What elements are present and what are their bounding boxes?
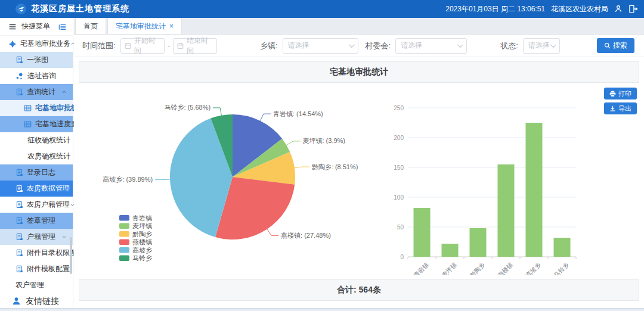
start-date-input[interactable]: 开始时间 <box>120 38 165 54</box>
sidebar: 快捷菜单 宅基地审批业务一张图选址咨询查询统计宅基地审批统计宅基地进度查询征收确… <box>0 18 73 311</box>
search-icon <box>604 42 611 49</box>
svg-text:黔陶乡: 黔陶乡 <box>132 231 152 238</box>
sidebar-item-label: 户籍管理 <box>27 232 55 242</box>
panel-title: 宅基地审批统计 <box>330 67 388 77</box>
sidebar-item-label: 选址咨询 <box>27 71 56 81</box>
pie-chart: 青岩镇: (14.54%)麦坪镇: (3.9%)黔陶乡: (8.51%)燕楼镇:… <box>78 83 394 277</box>
sidebar-item-label: 宅基地审批业务 <box>20 39 70 49</box>
tab-label: 首页 <box>83 21 98 32</box>
calendar-icon <box>125 42 131 49</box>
person-icon <box>12 297 21 306</box>
sidebar-item-label: 查询统计 <box>27 87 55 97</box>
svg-text:黔陶乡: 黔陶乡 <box>469 262 486 275</box>
logout-icon[interactable] <box>628 5 638 13</box>
status-select[interactable]: 请选择 <box>523 38 560 54</box>
sidebar-item[interactable]: 宅基地审批统计 <box>0 100 73 116</box>
sidebar-item[interactable]: 选址咨询 <box>0 68 73 84</box>
village-select-placeholder: 请选择 <box>401 41 422 51</box>
table-icon <box>24 120 32 128</box>
bar-chart: 050100150200250青岩镇麦坪镇黔陶乡燕楼镇高坡乡马铃乡 <box>394 83 639 277</box>
svg-text:燕楼镇: 燕楼镇 <box>497 262 514 275</box>
chevron-down-icon <box>61 234 67 240</box>
svg-text:0: 0 <box>400 254 404 260</box>
sidebar-item[interactable]: 农房确权统计 <box>0 148 73 164</box>
sidebar-item[interactable]: 农户管理 <box>0 277 73 293</box>
sidebar-item[interactable]: 农房数据管理 <box>0 181 73 197</box>
sidebar-item-label: 征收确权统计 <box>27 135 70 145</box>
sidebar-item-label: 农房确权统计 <box>27 151 70 161</box>
sidebar-item[interactable]: 友情链接 <box>0 293 73 309</box>
end-date-input[interactable]: 结束时间 <box>173 38 217 54</box>
svg-text:高坡乡: 高坡乡 <box>132 247 152 254</box>
village-select[interactable]: 请选择 <box>395 38 467 54</box>
pinwheel-icon <box>8 40 17 48</box>
doc-icon <box>16 249 23 257</box>
sidebar-item[interactable]: 登录日志 <box>0 164 73 181</box>
start-date-placeholder: 开始时间 <box>134 36 160 56</box>
sidebar-item[interactable]: 宅基地进度查询 <box>0 116 73 132</box>
sidebar-item[interactable]: 宅基地审批业务 <box>0 36 73 52</box>
tab[interactable]: 宅基地审批统计× <box>107 18 182 34</box>
svg-text:马铃乡: 马铃乡 <box>553 262 570 275</box>
sidebar-item[interactable]: 附件模板配置 <box>0 261 73 277</box>
svg-text:马铃乡: 马铃乡 <box>132 254 152 262</box>
chevron-down-icon <box>550 42 556 48</box>
svg-text:麦坪镇: 麦坪镇 <box>132 222 152 229</box>
doc-icon <box>16 217 23 225</box>
date-separator: - <box>168 41 170 50</box>
svg-text:黔陶乡: (8.51%): 黔陶乡: (8.51%) <box>312 163 358 170</box>
doc-icon <box>16 233 23 241</box>
logo-icon <box>16 4 26 14</box>
doc-icon <box>16 265 23 273</box>
town-select[interactable]: 请选择 <box>283 38 358 54</box>
menu-list-icon[interactable] <box>58 23 67 31</box>
sidebar-item[interactable]: 一张图 <box>0 52 73 68</box>
main-content: 首页宅基地审批统计× 时间范围: 开始时间 - 结束时间 乡镇: 请选择 村委会… <box>74 18 644 311</box>
status-select-placeholder: 请选择 <box>528 41 550 51</box>
town-label: 乡镇: <box>260 41 278 51</box>
svg-text:高坡乡: 高坡乡 <box>525 262 542 275</box>
sidebar-item-label: 农房户籍管理 <box>27 200 70 210</box>
svg-text:青岩镇: 青岩镇 <box>132 214 152 222</box>
sidebar-item[interactable]: 查询统计 <box>0 84 73 100</box>
svg-text:青岩镇: (14.54%): 青岩镇: (14.54%) <box>273 110 323 117</box>
total-bar: 合计: 564条 <box>79 279 639 301</box>
doc-icon <box>16 88 23 96</box>
header-department: 花溪区农业农村局 <box>551 4 608 14</box>
quick-menu-header[interactable]: 快捷菜单 <box>0 18 73 36</box>
panel-title-bar: 宅基地审批统计 <box>79 61 639 83</box>
search-button[interactable]: 搜索 <box>597 38 634 53</box>
time-range-label: 时间范围: <box>82 41 116 51</box>
table-icon <box>24 104 32 112</box>
doc-icon <box>16 185 23 192</box>
location-icon <box>16 72 24 80</box>
search-button-label: 搜索 <box>613 41 627 51</box>
tab-bar: 首页宅基地审批统计× <box>74 18 644 35</box>
svg-text:高坡乡: (39.89%): 高坡乡: (39.89%) <box>103 176 153 183</box>
svg-text:燕楼镇: 燕楼镇 <box>132 238 152 245</box>
chart-area: 打印 导出 青岩镇: (14.54%)麦坪镇: (3.9%)黔陶乡: (8.51… <box>74 83 644 275</box>
village-label: 村委会: <box>366 41 391 51</box>
sidebar-item[interactable]: 农房户籍管理 <box>0 197 73 213</box>
sidebar-item-label: 农房数据管理 <box>27 184 70 194</box>
svg-text:青岩镇: 青岩镇 <box>413 262 430 275</box>
header-datetime: 2023年01月03日 周二 13:06:51 <box>445 4 545 14</box>
sidebar-item[interactable]: 签章管理 <box>0 213 73 229</box>
chevron-down-icon <box>349 42 355 48</box>
sidebar-item-label: 签章管理 <box>27 216 55 226</box>
sidebar-item[interactable]: 附件目录权限配置 <box>0 245 73 261</box>
sidebar-menu: 宅基地审批业务一张图选址咨询查询统计宅基地审批统计宅基地进度查询征收确权统计农房… <box>0 36 73 309</box>
svg-text:麦坪镇: (3.9%): 麦坪镇: (3.9%) <box>303 137 346 144</box>
sidebar-scrollbar[interactable] <box>70 237 72 274</box>
sidebar-item-label: 登录日志 <box>27 167 55 178</box>
sidebar-item[interactable]: 户籍管理 <box>0 229 73 245</box>
tab[interactable]: 首页 <box>75 18 106 34</box>
doc-icon <box>16 56 23 64</box>
app-title: 花溪区房屋土地管理系统 <box>31 4 129 14</box>
close-icon[interactable]: × <box>169 23 174 30</box>
sidebar-item[interactable]: 征收确权统计 <box>0 132 73 148</box>
town-select-placeholder: 请选择 <box>288 41 309 51</box>
user-icon[interactable] <box>614 5 623 13</box>
sidebar-item-label: 附件模板配置 <box>27 264 70 274</box>
chevron-up-icon <box>61 89 67 95</box>
